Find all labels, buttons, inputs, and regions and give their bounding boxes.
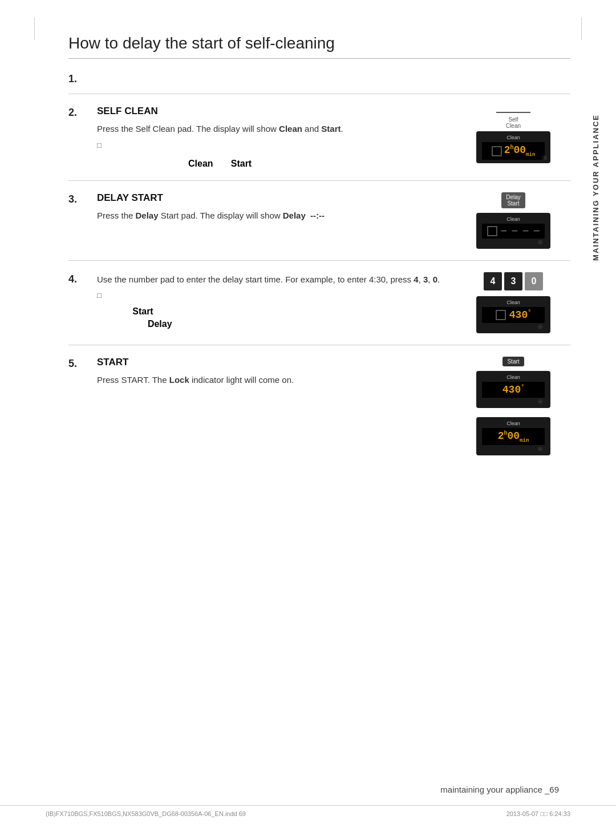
step-3-image: DelayStart Clean — — — — ☉: [456, 192, 570, 249]
step-5-clean-label-2: Clean: [506, 421, 520, 426]
side-label: MAINTAINING YOUR APPLIANCE: [591, 114, 600, 261]
step-3-checkbox: [487, 226, 497, 236]
step-5-title: START: [97, 357, 445, 368]
step-4-number: 4.: [68, 272, 97, 333]
step-2: 2. SELF CLEAN Press the Self Clean pad. …: [68, 94, 570, 181]
step-2-bold-labels: Clean Start: [97, 159, 445, 169]
step-3: 3. DELAY START Press the Delay Start pad…: [68, 181, 570, 261]
step-3-content: DELAY START Press the Delay Start pad. T…: [97, 192, 456, 249]
step-2-panel: SelfClean Clean 2h00min ☉: [476, 111, 550, 163]
step-4-delay-label: Delay: [97, 319, 445, 329]
step-5-clean-label-1: Clean: [506, 374, 520, 380]
step-3-clean-label: Clean: [506, 216, 520, 222]
top-border-right: [581, 17, 582, 40]
step-4-sub: □: [97, 291, 445, 300]
step-1: 1.: [68, 64, 570, 94]
step-2-display-text: 2h00min: [504, 144, 536, 158]
step-2-self-clean-label: SelfClean: [506, 116, 521, 129]
page-footer: (IB)FX710BGS,FX510BGS,NX583G0VB_DG68-003…: [0, 805, 616, 817]
step-2-checkbox: [492, 146, 502, 156]
footer-filename: (IB)FX710BGS,FX510BGS,NX583G0VB_DG68-003…: [46, 810, 246, 817]
step-4-display: Clean 430° ☉: [476, 296, 550, 333]
content-area: 1. 2. SELF CLEAN Press the Self Clean pa…: [68, 64, 570, 467]
step-4-num-buttons: 4 3 0: [484, 272, 543, 290]
top-border-left: [34, 17, 35, 40]
num-btn-3: 3: [504, 272, 522, 290]
step-4-content: Use the number pad to enter the delay st…: [97, 272, 456, 333]
step-4-clean-label: Clean: [506, 300, 520, 305]
num-btn-4: 4: [484, 272, 502, 290]
step-2-lock-icon: ☉: [542, 155, 547, 161]
step-5-display-2: Clean 2h00min ☉: [476, 417, 550, 456]
step-3-display: Clean — — — — ☉: [476, 213, 550, 249]
step-5-content: START Press START. The Lock indicator li…: [97, 357, 456, 456]
step-4-display-text: 430°: [509, 309, 531, 321]
step-2-display: Clean 2h00min ☉: [476, 131, 550, 163]
num-btn-0: 0: [525, 272, 543, 290]
footer-date: 2013-05-07 □□ 6:24:33: [506, 810, 570, 817]
page-title: How to delay the start of self-cleaning: [68, 34, 570, 59]
step-4: 4. Use the number pad to enter the delay…: [68, 261, 570, 345]
step-5-display-text-1: 430°: [502, 384, 524, 395]
step-2-sep: [496, 112, 530, 113]
step-5-display-text-2: 2h00min: [498, 430, 529, 443]
step-3-title: DELAY START: [97, 192, 445, 204]
maintaining-footer: maintaining your appliance _69: [440, 785, 559, 794]
step-5-start-btn: Start: [502, 357, 524, 366]
step-4-text: Use the number pad to enter the delay st…: [97, 272, 445, 287]
step-4-checkbox: [496, 310, 506, 320]
step-5-lock-icon-2: ☉: [538, 446, 542, 452]
step-2-clean-label: Clean: [506, 135, 520, 140]
step-3-delay-btn: DelayStart: [501, 192, 525, 208]
step-5-display-1: Clean 430° ☉: [476, 371, 550, 408]
step-5: 5. START Press START. The Lock indicator…: [68, 345, 570, 467]
step-3-number: 3.: [68, 192, 97, 249]
step-2-title: SELF CLEAN: [97, 106, 445, 117]
step-5-panel: Start Clean 430° ☉ Clean: [476, 357, 550, 456]
step-2-content: SELF CLEAN Press the Self Clean pad. The…: [97, 106, 456, 169]
step-5-text: Press START. The Lock indicator light wi…: [97, 373, 445, 387]
step-2-image: SelfClean Clean 2h00min ☉: [456, 106, 570, 169]
step-2-sub: □: [97, 141, 445, 150]
step-4-bold-labels: Start: [97, 306, 445, 317]
step-5-lock-icon-1: ☉: [538, 399, 542, 405]
step-4-lock-icon: ☉: [538, 324, 542, 330]
step-1-number: 1.: [68, 72, 77, 84]
step-3-dash-display: — — — —: [501, 226, 539, 236]
step-5-number: 5.: [68, 357, 97, 456]
page-container: MAINTAINING YOUR APPLIANCE How to delay …: [0, 0, 616, 840]
step-2-number: 2.: [68, 106, 97, 169]
step-3-lock-icon: ☉: [538, 240, 542, 245]
step-4-image: 4 3 0 Clean 430° ☉: [456, 272, 570, 333]
step-2-text: Press the Self Clean pad. The display wi…: [97, 122, 445, 136]
step-3-panel: DelayStart Clean — — — — ☉: [476, 192, 550, 249]
step-5-image: Start Clean 430° ☉ Clean: [456, 357, 570, 456]
step-3-text: Press the Delay Start pad. The display w…: [97, 208, 445, 223]
step-4-panel: 4 3 0 Clean 430° ☉: [476, 272, 550, 333]
